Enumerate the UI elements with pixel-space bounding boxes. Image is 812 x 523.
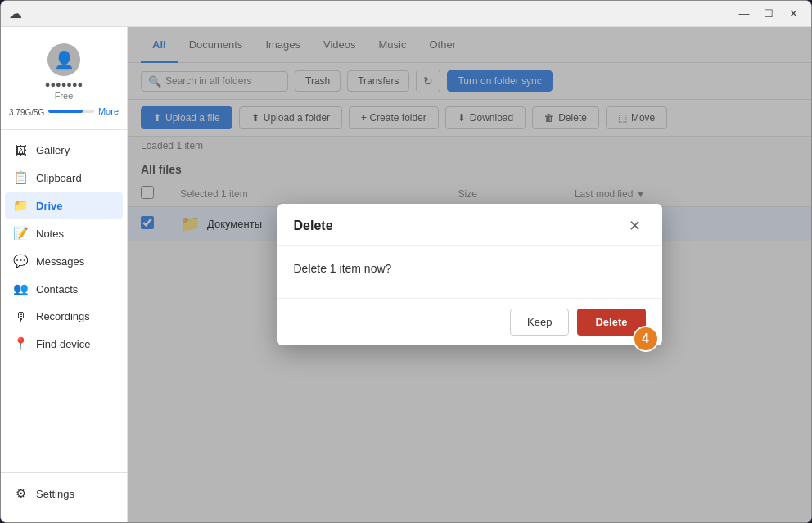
storage-bar bbox=[48, 110, 94, 113]
close-button[interactable]: ✕ bbox=[783, 4, 803, 24]
title-bar: ☁ — ☐ ✕ bbox=[1, 1, 811, 27]
sidebar-item-notes[interactable]: 📝 Notes bbox=[5, 219, 123, 247]
step-badge: 4 bbox=[633, 326, 659, 352]
title-bar-left: ☁ bbox=[9, 6, 22, 21]
sidebar-item-gallery[interactable]: 🖼 Gallery bbox=[5, 137, 123, 164]
dialog-close-button[interactable]: ✕ bbox=[624, 217, 646, 235]
window-controls: — ☐ ✕ bbox=[734, 4, 803, 24]
gallery-icon: 🖼 bbox=[13, 143, 28, 157]
username: ●●●●●●● bbox=[45, 79, 83, 89]
dialog-header: Delete ✕ bbox=[277, 204, 662, 246]
find-device-icon: 📍 bbox=[13, 336, 28, 351]
user-status: Free bbox=[55, 91, 74, 101]
avatar: 👤 bbox=[47, 43, 80, 76]
sidebar-item-clipboard[interactable]: 📋 Clipboard bbox=[5, 164, 123, 192]
dialog-delete-button[interactable]: Delete 4 bbox=[577, 309, 645, 336]
sidebar-item-settings[interactable]: ⚙ Settings bbox=[5, 480, 123, 507]
avatar-icon: 👤 bbox=[54, 50, 74, 70]
sidebar-item-label-recordings: Recordings bbox=[36, 310, 90, 322]
sidebar-nav: 🖼 Gallery 📋 Clipboard 📁 Drive 📝 Notes 💬 bbox=[1, 137, 127, 472]
keep-button[interactable]: Keep bbox=[510, 309, 569, 336]
dialog-title: Delete bbox=[294, 219, 333, 233]
sidebar-item-label-notes: Notes bbox=[36, 228, 64, 240]
sidebar-item-label-messages: Messages bbox=[36, 255, 84, 268]
storage-bar-fill bbox=[48, 110, 83, 113]
storage-text: 3.79G/5G bbox=[9, 108, 44, 117]
settings-icon: ⚙ bbox=[13, 486, 28, 501]
sidebar-bottom: ⚙ Settings bbox=[1, 472, 127, 514]
right-panel: All Documents Images Videos Music Other … bbox=[128, 27, 811, 522]
dialog-footer: Keep Delete 4 bbox=[277, 298, 662, 345]
sidebar-item-drive[interactable]: 📁 Drive bbox=[5, 192, 123, 219]
delete-dialog: Delete ✕ Delete 1 item now? Keep Delete … bbox=[277, 204, 662, 345]
messages-icon: 💬 bbox=[13, 254, 28, 268]
main-area: 👤 ●●●●●●● Free 3.79G/5G More 🖼 Gallery bbox=[1, 27, 811, 522]
modal-overlay: Delete ✕ Delete 1 item now? Keep Delete … bbox=[128, 27, 811, 522]
sidebar-item-label-gallery: Gallery bbox=[36, 144, 70, 156]
sidebar-item-messages[interactable]: 💬 Messages bbox=[5, 247, 123, 275]
sidebar-item-contacts[interactable]: 👥 Contacts bbox=[5, 275, 123, 303]
more-link[interactable]: More bbox=[98, 106, 119, 116]
sidebar-item-label-drive: Drive bbox=[36, 200, 63, 212]
storage-bar-container: 3.79G/5G More bbox=[9, 106, 119, 117]
app-window: ☁ — ☐ ✕ 👤 ●●●●●●● Free 3.79G/5G bbox=[0, 0, 812, 523]
maximize-button[interactable]: ☐ bbox=[759, 4, 778, 24]
sidebar-item-recordings[interactable]: 🎙 Recordings bbox=[5, 303, 123, 330]
drive-icon: 📁 bbox=[13, 198, 28, 213]
sidebar-item-label-settings: Settings bbox=[36, 488, 74, 500]
contacts-icon: 👥 bbox=[13, 282, 28, 296]
app-icon: ☁ bbox=[9, 6, 22, 21]
notes-icon: 📝 bbox=[13, 226, 28, 241]
sidebar-item-find-device[interactable]: 📍 Find device bbox=[5, 330, 123, 358]
sidebar: 👤 ●●●●●●● Free 3.79G/5G More 🖼 Gallery bbox=[1, 27, 128, 522]
dialog-message: Delete 1 item now? bbox=[294, 262, 392, 275]
minimize-button[interactable]: — bbox=[734, 4, 754, 24]
sidebar-item-label-clipboard: Clipboard bbox=[36, 172, 82, 184]
sidebar-item-label-find-device: Find device bbox=[36, 338, 90, 350]
user-profile: 👤 ●●●●●●● Free 3.79G/5G More bbox=[1, 35, 127, 130]
dialog-body: Delete 1 item now? bbox=[277, 246, 662, 298]
clipboard-icon: 📋 bbox=[13, 170, 28, 185]
recordings-icon: 🎙 bbox=[13, 309, 28, 323]
sidebar-item-label-contacts: Contacts bbox=[36, 283, 78, 295]
dialog-delete-label: Delete bbox=[595, 316, 627, 328]
